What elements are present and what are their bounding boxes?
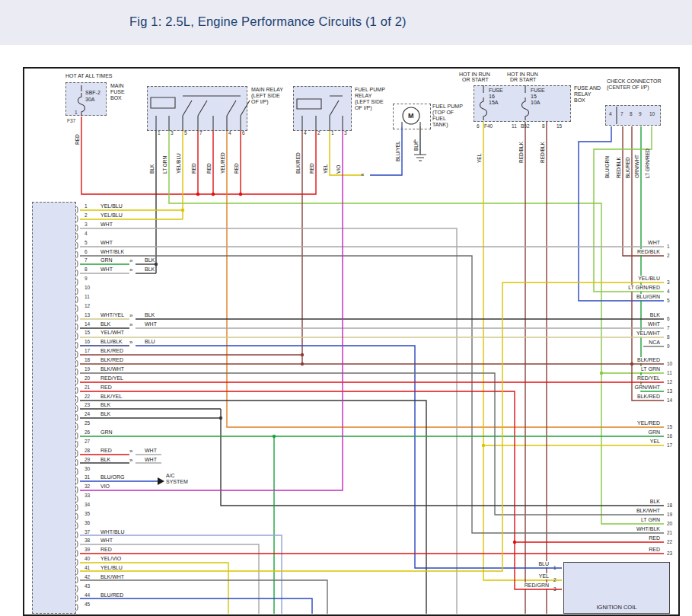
wire-label: WHT/YEL xyxy=(100,312,124,318)
ignition-coil-label: IGNITION COIL xyxy=(564,604,669,611)
relay-pin-number: 1 xyxy=(331,130,334,136)
relay-pin-number: 5 xyxy=(184,130,187,136)
stub-wire-label: BLU xyxy=(145,339,155,345)
motor-label: M xyxy=(408,112,414,120)
pin-number: 31 xyxy=(85,474,90,480)
pin-number: 41 xyxy=(85,565,90,570)
fuse-relay-box-label: FUSE AND xyxy=(574,85,601,91)
pump-wire-label: BLU/YEL xyxy=(395,141,400,161)
connector-bracket: ) xyxy=(76,215,78,222)
connector-bracket: ) xyxy=(76,423,78,430)
wire-label: RED xyxy=(100,385,112,391)
splice-icon: » xyxy=(129,258,132,264)
pin-number: 37 xyxy=(85,529,90,535)
pin-number: 15 xyxy=(85,330,90,335)
wire-label: YEL/BLU xyxy=(100,565,123,571)
connector-bracket: ) xyxy=(76,206,78,213)
right-pin-label: LT GRN xyxy=(640,517,661,523)
connector-bracket: ) xyxy=(76,387,78,394)
connector-bracket: ) xyxy=(76,541,78,547)
pin-number: 23 xyxy=(85,402,90,407)
pin-number: 38 xyxy=(85,538,90,543)
right-pin-number: 13 xyxy=(667,388,672,394)
connector-bracket: ) xyxy=(76,324,78,330)
wire-label: BLK/WHT xyxy=(100,366,124,372)
hot-in-run-label: OR START xyxy=(462,77,489,83)
figure-title: Fig 1: 2.5L, Engine Performance Circuits… xyxy=(129,14,407,29)
fuse-pin-label: 8 xyxy=(542,123,545,129)
connector-bracket: ) xyxy=(76,225,78,231)
fuel-pump-relay-label: FUEL PUMP xyxy=(355,87,385,93)
fuse-wire-label: YEL xyxy=(477,154,482,163)
pin-number: 18 xyxy=(85,357,90,362)
right-pin-number: 9 xyxy=(667,343,670,349)
wire-label: WHT/BLU xyxy=(100,529,125,535)
connector-bracket: ) xyxy=(76,576,78,583)
connector-bracket: ) xyxy=(76,531,78,538)
connector-bracket: ) xyxy=(76,468,78,475)
check-wire-label: LT GRN/RED xyxy=(645,148,650,178)
relay-wire-label: RED xyxy=(206,163,212,174)
relay-wire-label: YEL/BLU xyxy=(176,153,181,174)
right-pin-number: 8 xyxy=(667,334,670,340)
hot-in-run-label: DR START xyxy=(510,77,536,83)
right-pin-label: BLK xyxy=(649,499,661,505)
right-pin-label: YEL/BLU xyxy=(637,276,661,282)
relay-wire-label: BLK/RED xyxy=(295,152,301,174)
connector-bracket: ) xyxy=(76,559,78,566)
splice-icon: » xyxy=(129,313,132,319)
connector-bracket: ) xyxy=(76,279,78,286)
connector-bracket: ) xyxy=(76,288,78,295)
connector-bracket: ) xyxy=(76,414,78,421)
ignition-pin-label: BLU xyxy=(537,561,550,567)
fuse-pin-number: 1 xyxy=(75,110,78,115)
splice-icon: » xyxy=(129,458,132,464)
relay-wire-label: RED xyxy=(234,163,239,174)
connector-bracket: ) xyxy=(76,233,78,240)
connector-bracket: ) xyxy=(76,378,78,385)
main-fuse-box-label: FUSE xyxy=(110,89,125,95)
relay-wire-label: YEL/RED xyxy=(220,152,225,174)
right-pin-label: WHT xyxy=(647,240,661,246)
main-relay-label: OF I/P) xyxy=(251,99,269,105)
fuse-pin-label: F40 xyxy=(484,123,493,129)
wire-label: WHT xyxy=(100,538,113,544)
wire-label: BLK xyxy=(100,321,110,327)
right-pin-label: GRN/WHT xyxy=(634,385,661,391)
main-fuse-box-label: MAIN xyxy=(110,83,124,89)
right-pin-label: RED xyxy=(648,547,661,553)
splice-icon: » xyxy=(129,448,132,455)
pin-number: 22 xyxy=(85,394,90,399)
wire-label: VIO xyxy=(100,484,110,490)
right-pin-label: GRN xyxy=(647,429,661,436)
wire-label: WHT xyxy=(100,240,113,246)
pin-number: 43 xyxy=(85,583,90,589)
fuse-rating: 30A xyxy=(85,97,94,103)
ignition-coil-box: IGNITION COIL xyxy=(563,562,670,614)
stub-wire-label: WHT xyxy=(145,457,157,463)
fuel-pump-relay-label: RELAY xyxy=(355,93,372,99)
relay-pin-number: 7 xyxy=(199,130,202,136)
connector-bracket: ) xyxy=(76,496,78,503)
ignition-pin-label: YEL xyxy=(538,573,550,579)
main-relay-label: (LEFT SIDE xyxy=(251,93,280,99)
connector-bracket: ) xyxy=(76,270,78,276)
pin-number: 40 xyxy=(85,556,90,561)
wire-label: BLK xyxy=(100,402,110,408)
right-pin-label: RED/YEL xyxy=(636,375,661,381)
connector-bracket: ) xyxy=(76,477,78,484)
right-pin-label: RED/BLK xyxy=(636,249,661,255)
relay-wire-label: RED xyxy=(309,163,314,174)
connector-bracket: ) xyxy=(76,595,78,602)
wire-label: RED xyxy=(100,547,112,553)
main-relay-label: MAIN RELAY xyxy=(251,87,283,93)
connector-bracket: ) xyxy=(76,604,78,611)
pump-wire-label: BLK xyxy=(413,142,419,151)
connector-bracket: ) xyxy=(76,342,78,349)
splice-icon: « xyxy=(361,172,363,178)
hot-at-all-times-label: HOT AT ALL TIMES xyxy=(65,73,112,79)
right-pin-number: 5 xyxy=(667,298,670,303)
wire-label: BLK/YEL xyxy=(100,394,122,400)
stub-wire-label: WHT xyxy=(145,448,157,454)
right-pin-number: 16 xyxy=(667,433,672,439)
